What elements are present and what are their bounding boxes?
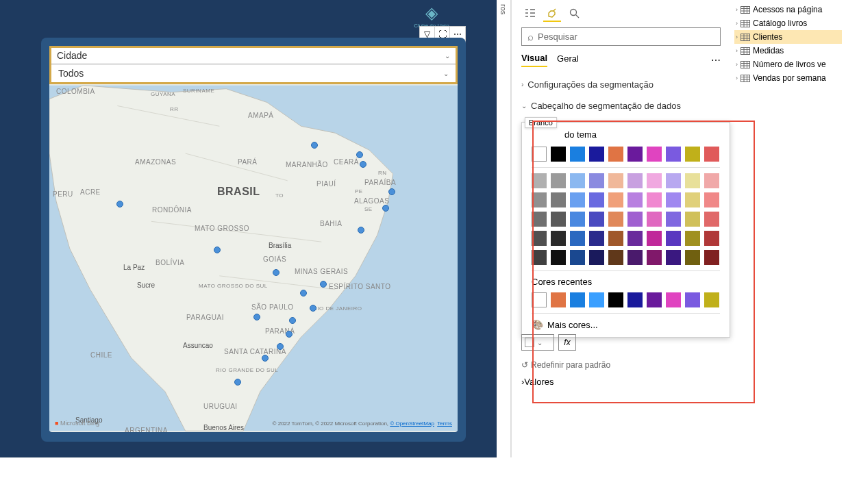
map-data-point[interactable] bbox=[253, 314, 260, 320]
color-swatch[interactable] bbox=[666, 147, 681, 162]
color-swatch[interactable] bbox=[666, 231, 681, 246]
color-swatch[interactable] bbox=[551, 212, 566, 227]
color-swatch[interactable] bbox=[704, 231, 719, 246]
filters-tab[interactable]: ros bbox=[497, 0, 511, 457]
color-dropdown[interactable]: ⌄ bbox=[521, 334, 554, 351]
color-swatch[interactable] bbox=[647, 231, 662, 246]
map-visual[interactable]: COLOMBIA PERU BOLÍVIA PARAGUAI CHILE URU… bbox=[49, 84, 458, 432]
color-swatch[interactable] bbox=[685, 212, 700, 227]
color-swatch[interactable] bbox=[627, 292, 643, 307]
map-data-point[interactable] bbox=[356, 151, 363, 158]
map-data-point[interactable] bbox=[214, 247, 221, 253]
color-swatch[interactable] bbox=[685, 250, 700, 265]
color-swatch[interactable] bbox=[589, 147, 604, 162]
color-swatch[interactable] bbox=[685, 173, 700, 188]
more-colors-button[interactable]: Mais cores... bbox=[532, 319, 720, 330]
map-data-point[interactable] bbox=[358, 227, 364, 234]
color-swatch[interactable] bbox=[608, 292, 623, 307]
color-swatch[interactable] bbox=[627, 147, 643, 162]
map-data-point[interactable] bbox=[382, 205, 389, 212]
map-data-point[interactable] bbox=[300, 290, 307, 297]
color-swatch[interactable] bbox=[647, 250, 662, 265]
color-swatch[interactable] bbox=[627, 192, 643, 207]
color-swatch[interactable] bbox=[608, 231, 623, 246]
field-item[interactable]: ›Vendas por semana bbox=[734, 71, 842, 85]
color-swatch[interactable] bbox=[551, 292, 566, 307]
format-tab-icon[interactable] bbox=[543, 5, 561, 22]
color-swatch[interactable] bbox=[627, 231, 643, 246]
color-swatch[interactable] bbox=[685, 192, 700, 207]
color-swatch[interactable] bbox=[685, 147, 700, 162]
field-item[interactable]: ›Clientes bbox=[734, 30, 842, 44]
slicer-dropdown[interactable]: Todos ⌄ bbox=[51, 64, 456, 82]
color-swatch[interactable] bbox=[551, 147, 566, 162]
color-swatch[interactable] bbox=[551, 231, 566, 246]
slicer[interactable]: Cidade ⌄ Todos ⌄ bbox=[49, 46, 458, 84]
map-data-point[interactable] bbox=[360, 161, 366, 168]
map-data-point[interactable] bbox=[286, 331, 293, 338]
color-swatch[interactable] bbox=[704, 173, 719, 188]
color-swatch[interactable] bbox=[666, 292, 681, 307]
field-item[interactable]: ›Acessos na página bbox=[734, 3, 842, 16]
color-swatch[interactable] bbox=[647, 212, 662, 227]
color-swatch[interactable] bbox=[704, 250, 719, 265]
color-swatch[interactable] bbox=[570, 173, 585, 188]
search-input[interactable]: Pesquisar bbox=[521, 27, 721, 46]
color-swatch[interactable] bbox=[666, 192, 681, 207]
map-data-point[interactable] bbox=[234, 379, 241, 386]
color-swatch[interactable] bbox=[627, 173, 643, 188]
tab-visual[interactable]: Visual bbox=[521, 53, 547, 67]
map-data-point[interactable] bbox=[310, 305, 316, 312]
color-swatch[interactable] bbox=[627, 250, 643, 265]
fx-button[interactable]: fx bbox=[558, 334, 576, 351]
map-data-point[interactable] bbox=[311, 142, 318, 149]
color-swatch[interactable] bbox=[647, 173, 662, 188]
color-swatch[interactable] bbox=[570, 147, 585, 162]
terms-link[interactable]: Terms bbox=[437, 420, 452, 427]
color-swatch[interactable] bbox=[532, 250, 547, 265]
map-data-point[interactable] bbox=[289, 317, 296, 324]
color-swatch[interactable] bbox=[570, 250, 585, 265]
color-swatch[interactable] bbox=[704, 147, 719, 162]
color-swatch[interactable] bbox=[589, 250, 604, 265]
map-data-point[interactable] bbox=[388, 188, 395, 195]
color-swatch[interactable] bbox=[532, 212, 547, 227]
tab-general[interactable]: Geral bbox=[557, 53, 579, 66]
osm-link[interactable]: © OpenStreetMap bbox=[390, 420, 434, 427]
color-swatch[interactable] bbox=[608, 147, 623, 162]
slicer-header[interactable]: Cidade ⌄ bbox=[51, 48, 456, 64]
color-swatch[interactable] bbox=[704, 212, 719, 227]
color-swatch[interactable] bbox=[570, 192, 585, 207]
color-swatch[interactable] bbox=[551, 173, 566, 188]
color-swatch[interactable] bbox=[647, 292, 662, 307]
color-swatch[interactable] bbox=[608, 212, 623, 227]
color-swatch[interactable] bbox=[551, 250, 566, 265]
color-swatch[interactable] bbox=[532, 231, 547, 246]
color-swatch[interactable] bbox=[666, 250, 681, 265]
color-swatch[interactable] bbox=[532, 147, 547, 162]
color-swatch[interactable] bbox=[608, 192, 623, 207]
color-swatch[interactable] bbox=[589, 192, 604, 207]
section-slicer-header[interactable]: ⌄ Cabeçalho de segmentação de dados bbox=[521, 95, 721, 116]
map-data-point[interactable] bbox=[277, 343, 284, 350]
color-swatch[interactable] bbox=[570, 212, 585, 227]
section-slicer-settings[interactable]: › Configurações da segmentação bbox=[521, 74, 721, 95]
color-swatch[interactable] bbox=[608, 173, 623, 188]
color-swatch[interactable] bbox=[704, 292, 719, 307]
field-item[interactable]: ›Medidas bbox=[734, 44, 842, 58]
color-swatch[interactable] bbox=[570, 231, 585, 246]
reset-to-default[interactable]: Redefinir para padrão bbox=[521, 360, 610, 370]
color-swatch[interactable] bbox=[589, 212, 604, 227]
color-swatch[interactable] bbox=[647, 192, 662, 207]
color-swatch[interactable] bbox=[704, 192, 719, 207]
color-swatch[interactable] bbox=[551, 192, 566, 207]
field-item[interactable]: ›Catálogo livros bbox=[734, 16, 842, 30]
map-data-point[interactable] bbox=[116, 201, 123, 207]
color-swatch[interactable] bbox=[532, 192, 547, 207]
analytics-tab-icon[interactable] bbox=[565, 5, 583, 22]
map-data-point[interactable] bbox=[273, 269, 279, 276]
color-swatch[interactable] bbox=[627, 212, 643, 227]
color-swatch[interactable] bbox=[666, 173, 681, 188]
color-swatch[interactable] bbox=[685, 292, 700, 307]
more-icon[interactable]: ⋯ bbox=[711, 55, 721, 66]
